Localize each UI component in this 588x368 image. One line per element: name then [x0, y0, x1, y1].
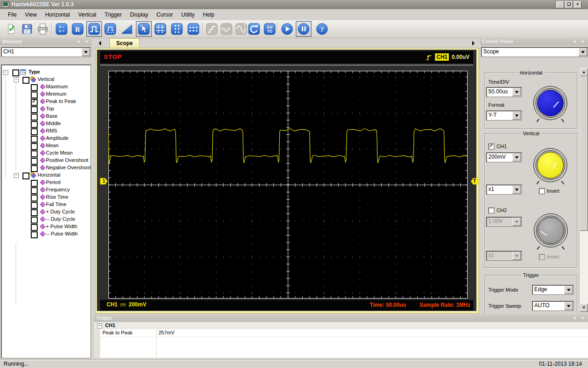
tree-item-fall-time[interactable]: Fall Time: [1, 201, 90, 208]
collapse-icon[interactable]: −: [97, 323, 102, 328]
menu-item-utility[interactable]: Utility: [177, 10, 198, 19]
close-icon[interactable]: ✕: [580, 39, 586, 45]
save-button[interactable]: [19, 21, 35, 37]
tree-item-negative-overshoot[interactable]: Negative Overshoot: [1, 164, 90, 172]
measure-channel-select[interactable]: CH1: [1, 47, 91, 57]
tree-item-type[interactable]: −Type: [1, 69, 90, 76]
tree-item-frequency[interactable]: Frequency: [1, 186, 90, 194]
open-file-button[interactable]: [4, 21, 19, 37]
chevron-down-icon[interactable]: [81, 48, 90, 56]
minimize-button[interactable]: _: [556, 1, 564, 8]
collapse-icon[interactable]: −: [3, 70, 8, 75]
autoset-button[interactable]: AUTO: [262, 21, 277, 37]
tree-item-rise-time[interactable]: Rise Time: [1, 194, 90, 201]
scrollbar-thumb[interactable]: [580, 76, 588, 231]
vertical-cursors-button[interactable]: [169, 21, 185, 37]
menu-item-help[interactable]: Help: [199, 10, 219, 19]
trigger-sweep-select[interactable]: AUTO: [532, 301, 574, 311]
tree-item-rms[interactable]: RMS: [1, 127, 90, 135]
checkbox[interactable]: [31, 202, 38, 209]
pulse-display-button[interactable]: [86, 21, 102, 37]
chevron-down-icon[interactable]: [564, 286, 573, 294]
chevron-down-icon[interactable]: [578, 48, 587, 56]
chevron-down-icon[interactable]: [512, 153, 521, 161]
close-icon[interactable]: ✕: [580, 315, 586, 321]
collapse-icon[interactable]: −: [14, 77, 19, 82]
tree-item-amplitude[interactable]: Amplitude: [1, 135, 90, 142]
close-button[interactable]: ×: [574, 1, 582, 8]
ch1-position-knob[interactable]: [533, 148, 567, 182]
tab-scroll-left-icon[interactable]: [96, 41, 101, 46]
trigger-mode-select[interactable]: Edge: [532, 285, 574, 295]
pause-button[interactable]: [296, 21, 311, 37]
collapse-icon[interactable]: −: [14, 173, 19, 178]
refresh-button[interactable]: [246, 21, 262, 37]
format-select[interactable]: Y-T: [486, 110, 522, 121]
ch1-invert-checkbox[interactable]: [539, 188, 545, 194]
checkbox[interactable]: [31, 165, 38, 172]
start-button[interactable]: [279, 21, 295, 37]
menu-item-vertical[interactable]: Vertical: [74, 10, 100, 19]
tree-item-base[interactable]: Base: [1, 113, 90, 120]
help-button[interactable]: ?: [314, 21, 330, 37]
tab-scroll-right-icon[interactable]: [472, 41, 477, 46]
tree-item-positive-overshoot[interactable]: Positive Overshoot: [1, 157, 90, 164]
close-icon[interactable]: ✕: [84, 39, 90, 45]
checkbox[interactable]: [31, 195, 38, 201]
tree-item-horizontal[interactable]: −Horizontal: [1, 172, 90, 179]
channel-position-marker[interactable]: 1: [100, 178, 107, 184]
pulse-persist-button[interactable]: [102, 21, 118, 37]
ch1-enable-checkbox[interactable]: [488, 144, 494, 150]
output-group-row[interactable]: − CH1: [94, 322, 588, 330]
tree-item-middle[interactable]: Middle: [1, 120, 90, 127]
checkbox[interactable]: [31, 92, 38, 98]
menu-item-view[interactable]: View: [21, 10, 41, 19]
tree-item-duty-cycle[interactable]: -- Duty Cycle: [1, 216, 90, 223]
tree-item-mean[interactable]: Mean: [1, 142, 90, 150]
checkbox[interactable]: [31, 143, 38, 150]
tree-item-vertical[interactable]: −Vertical: [1, 76, 90, 83]
timediv-select[interactable]: 50.00us: [486, 87, 522, 97]
math-button[interactable]: + -× ÷: [54, 21, 69, 37]
checkbox[interactable]: [12, 69, 19, 76]
checkbox[interactable]: [23, 172, 29, 179]
checkbox[interactable]: [31, 136, 38, 143]
tab-scope[interactable]: Scope: [109, 38, 140, 48]
checkbox[interactable]: [31, 180, 38, 187]
scroll-up-icon[interactable]: ▲: [580, 68, 588, 76]
tree-item-maximum[interactable]: Maximum: [1, 83, 90, 91]
ch2-enable-checkbox[interactable]: [488, 207, 494, 213]
menu-item-horizontal[interactable]: Horizontal: [41, 10, 74, 19]
tree-item-pulse-width[interactable]: -- Pulse Width: [1, 230, 90, 238]
checkbox[interactable]: [31, 231, 38, 238]
tree-item-period[interactable]: Period: [1, 179, 90, 186]
menu-item-display[interactable]: Display: [126, 10, 152, 19]
checkbox[interactable]: [31, 84, 38, 91]
menu-item-trigger[interactable]: Trigger: [101, 10, 126, 19]
restore-button[interactable]: ❏: [565, 1, 573, 8]
pin-icon[interactable]: ▾̇: [572, 39, 578, 45]
timebase-knob[interactable]: [533, 86, 567, 120]
checkbox[interactable]: [31, 187, 38, 194]
tree-item-pulse-width[interactable]: + Pulse Width: [1, 223, 90, 230]
print-button[interactable]: [35, 21, 51, 37]
ch1-probe-select[interactable]: x1: [486, 184, 522, 195]
control-panel-selector[interactable]: Scope: [481, 47, 588, 57]
ch1-volts-select[interactable]: 200mV: [486, 152, 522, 162]
tree-item-top[interactable]: Top: [1, 105, 90, 113]
ramp-button[interactable]: [119, 21, 135, 37]
trigger-level-marker[interactable]: T: [471, 178, 478, 184]
checkbox[interactable]: [31, 224, 38, 231]
chevron-down-icon[interactable]: [564, 302, 573, 310]
checkbox[interactable]: [31, 217, 38, 224]
tree-item-minimum[interactable]: Minimum: [1, 91, 90, 98]
tree-item-peak-to-peak[interactable]: Peak to Peak: [1, 98, 90, 105]
cross-cursor-button[interactable]: [153, 21, 168, 37]
chevron-down-icon[interactable]: [512, 111, 521, 120]
chevron-down-icon[interactable]: [512, 185, 521, 194]
scroll-down-icon[interactable]: ▼: [580, 304, 588, 312]
checkbox[interactable]: [31, 128, 38, 135]
tree-item-cycle-mean[interactable]: Cycle Mean: [1, 150, 90, 157]
pin-icon[interactable]: ▾̇: [76, 39, 82, 45]
tree-item-duty-cycle[interactable]: + Duty Cycle: [1, 208, 90, 216]
